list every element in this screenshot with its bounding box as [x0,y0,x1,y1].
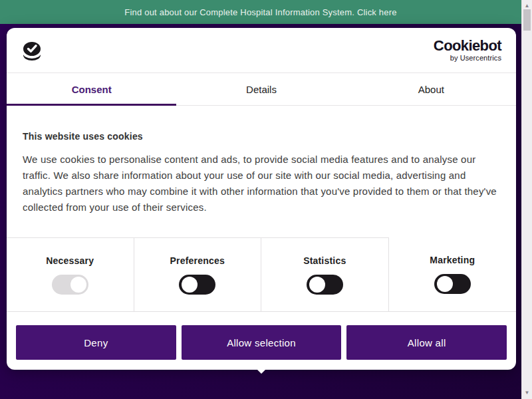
category-label: Marketing [430,255,475,265]
browser-scrollbar[interactable]: ▲ ▼ [521,0,532,399]
toggle-marketing[interactable] [434,274,471,294]
toggle-statistics[interactable] [307,275,343,295]
dialog-bottom-notch [257,370,265,374]
cookie-category-table: Necessary Preferences Statistics Marketi… [7,237,516,312]
scrollbar-down-arrow-icon[interactable]: ▼ [522,388,532,397]
deny-button[interactable]: Deny [16,325,176,360]
category-label: Necessary [46,255,94,266]
announcement-banner[interactable]: Find out about our Complete Hospital Inf… [0,0,521,24]
toggle-preferences[interactable] [179,275,215,295]
tab-about[interactable]: About [346,73,516,105]
category-label: Preferences [170,255,225,266]
allow-selection-button[interactable]: Allow selection [182,325,342,360]
tab-consent[interactable]: Consent [7,73,176,105]
dialog-tabs: Consent Details About [7,73,516,106]
consent-actions: Deny Allow selection Allow all [16,325,507,360]
consent-description: We use cookies to personalise content an… [23,152,500,215]
cookie-consent-dialog: Cookiebot by Usercentrics Consent Detail… [7,28,516,370]
category-label: Statistics [303,255,346,266]
consent-tab-panel: This website uses cookies We use cookies… [7,131,516,360]
category-cell-preferences: Preferences [134,237,262,312]
toggle-necessary[interactable] [52,275,88,295]
category-cell-marketing: Marketing [389,237,517,312]
allow-all-button[interactable]: Allow all [346,325,507,360]
toggle-knob [182,277,198,293]
brand-name: Cookiebot [434,39,501,53]
announcement-banner-text: Find out about our Complete Hospital Inf… [124,7,396,17]
cookiebot-wordmark: Cookiebot by Usercentrics [434,39,501,62]
toggle-knob [70,277,86,293]
scrollbar-up-arrow-icon[interactable]: ▲ [522,1,532,10]
category-cell-necessary: Necessary [7,237,134,312]
dialog-header: Cookiebot by Usercentrics [7,28,516,73]
toggle-knob [309,277,325,293]
category-cell-statistics: Statistics [261,237,389,312]
scrollbar-thumb[interactable] [523,9,531,31]
brand-byline: by Usercentrics [434,55,501,62]
consent-heading: This website uses cookies [23,131,500,142]
tab-details[interactable]: Details [176,73,346,105]
toggle-knob [437,276,453,292]
cookiebot-logo-icon [21,40,44,61]
